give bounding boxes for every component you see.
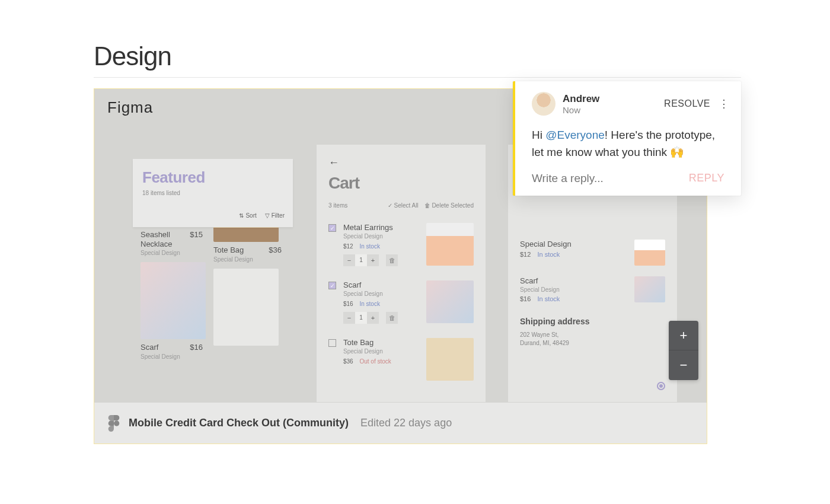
trash-icon[interactable]: 🗑 [386,254,398,266]
sort-button[interactable]: ⇅Sort [239,212,256,219]
summary-item-name: Scarf [520,276,630,285]
product-name: Seashell Necklace [141,230,190,248]
figma-edited-label: Edited 22 days ago [360,417,452,429]
product-sub: Special Design [141,250,190,256]
filter-icon: ▽ [265,212,270,219]
sort-icon: ⇅ [239,212,244,219]
summary-thumb [634,240,665,266]
summary-thumb [634,276,665,302]
qty-plus-button[interactable]: + [367,312,379,324]
delete-selected-button[interactable]: 🗑 Delete Selected [424,202,474,209]
cart-item-price: $36 [343,358,353,365]
cart-title: Cart [328,174,474,193]
summary-item: Scarf Special Design $16 In stock [520,276,665,302]
featured-panel: Featured 18 items listed ⇅Sort ▽Filter [133,159,293,227]
cart-checkbox[interactable]: ✓ [328,282,336,289]
shipping-address: 202 Wayne St, Durand, MI, 48429 [520,331,665,347]
summary-item-stock: In stock [537,251,560,258]
summary-item: Special Design $12 In stock [520,240,665,266]
cart-thumb [426,280,474,323]
zoom-controls: + − [669,321,698,380]
mention[interactable]: @Everyone [545,129,605,141]
shipping-title: Shipping address [520,317,665,326]
cart-checkbox[interactable] [328,339,336,347]
cart-count: 3 items [328,202,347,209]
cart-item: ✓ Scarf Special Design $16 In stock − 1 … [328,280,474,324]
title-divider [94,77,741,78]
figma-bottom-bar: Mobile Credit Card Check Out (Community)… [94,402,707,444]
product-sub: Special Design [141,353,180,360]
cart-item-stock: Out of stock [359,358,391,365]
comment-author: Andrew [563,93,664,105]
comment-time: Now [563,105,664,115]
product-name: Scarf [141,343,180,352]
cart-item-price: $12 [343,243,353,250]
summary-item-price: $12 [520,251,531,258]
featured-subtitle: 18 items listed [142,190,283,196]
avatar[interactable] [532,92,556,116]
summary-item-price: $16 [520,295,531,302]
product-price: $36 [269,245,282,255]
address-radio[interactable] [657,382,665,390]
summary-item-sub: Special Design [520,240,630,248]
select-all-button[interactable]: ✓ Select All [388,202,419,209]
qty-minus-button[interactable]: − [343,312,355,324]
reply-input[interactable] [532,172,689,185]
figma-file-name[interactable]: Mobile Credit Card Check Out (Community) [129,417,349,429]
reply-button[interactable]: REPLY [689,172,724,184]
cart-item-stock: In stock [359,243,379,250]
cart-item: ✓ Metal Earrings Special Design $12 In s… [328,223,474,266]
summary-item-sub: Special Design [520,286,630,293]
filter-button[interactable]: ▽Filter [265,212,285,219]
product-grid: Seashell Necklace Special Design $15 Sca… [141,230,282,366]
product-name: Tote Bag [213,245,244,255]
product-price: $16 [190,343,203,360]
cart-item-sub: Special Design [343,233,419,240]
cart-item-price: $16 [343,301,353,307]
cart-item-sub: Special Design [343,348,419,355]
cart-item-name: Metal Earrings [343,223,419,232]
cart-checkbox[interactable]: ✓ [328,224,336,232]
cart-thumb [426,338,474,381]
figma-logo-icon [107,415,120,432]
product-price: $15 [190,230,203,256]
zoom-in-button[interactable]: + [669,321,698,350]
more-icon[interactable]: ⋮ [719,97,729,110]
zoom-out-button[interactable]: − [669,350,698,380]
cart-thumb [426,223,474,266]
cart-item-name: Tote Bag [343,338,419,347]
cart-item-stock: In stock [359,301,379,307]
cart-item-name: Scarf [343,280,419,289]
featured-title: Featured [142,168,283,187]
summary-item-stock: In stock [537,295,560,302]
product-image-scarf[interactable] [141,262,206,339]
comment-popover: Andrew Now RESOLVE ⋮ Hi @Everyone! Here'… [513,81,741,196]
figma-app-label: Figma [107,98,153,117]
cart-item: Tote Bag Special Design $36 Out of stock [328,338,474,381]
comment-body: Hi @Everyone! Here's the prototype, let … [515,118,741,172]
qty-minus-button[interactable]: − [343,254,355,266]
back-arrow-icon[interactable]: ← [328,157,474,169]
qty-value: 1 [355,312,367,324]
product-sub: Special Design [213,256,282,263]
trash-icon[interactable]: 🗑 [386,312,398,324]
cart-panel: ← Cart 3 items ✓ Select All 🗑 Delete Sel… [317,145,486,402]
qty-value: 1 [355,254,367,266]
resolve-button[interactable]: RESOLVE [664,98,710,109]
qty-plus-button[interactable]: + [367,254,379,266]
cart-item-sub: Special Design [343,291,419,297]
product-image-earrings[interactable] [213,269,279,346]
page-title: Design [94,42,830,71]
